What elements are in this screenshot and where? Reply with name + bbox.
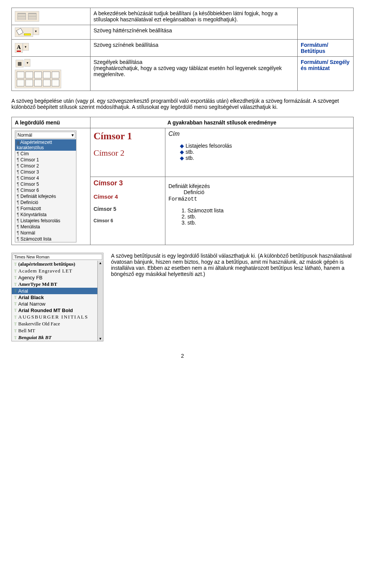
style-dropdown-item[interactable]: Címsor 1 xyxy=(15,157,76,163)
font-dropdown-item[interactable]: 𝕋Arial Black xyxy=(12,294,97,301)
list-item: stb. xyxy=(180,149,350,155)
heading2-sample: Címsor 2 xyxy=(94,148,162,158)
scroll-up-icon[interactable]: ▲ xyxy=(98,261,103,265)
border-icon: ▦ xyxy=(16,60,24,67)
result-samples-top: Cím Listajeles felsorolásstb.stb. xyxy=(165,128,354,177)
style-dropdown-item[interactable]: Menülista xyxy=(15,224,76,230)
font-dropdown-item[interactable]: 𝕋Agency FB xyxy=(12,274,97,281)
style-dropdown-field[interactable]: Normál ▾ xyxy=(16,132,75,139)
highlight-icon-cell: ▾ xyxy=(12,25,90,40)
list-item: stb. xyxy=(180,155,350,161)
fontcolor-desc: Szöveg színének beállítása xyxy=(90,40,298,57)
dropdown-arrow-icon: ▾ xyxy=(71,132,74,138)
font-dropdown[interactable]: Times New Roman 𝕋(alapértelmezett betűtí… xyxy=(11,253,103,341)
formatted-sample: Formázott xyxy=(168,196,350,202)
truetype-icon: 𝕋 xyxy=(14,276,17,280)
style-dropdown-item[interactable]: Címsor 6 xyxy=(15,187,76,193)
truetype-icon: 𝕋 xyxy=(14,269,17,273)
def-term-sample: Definiált kifejezés xyxy=(168,183,350,189)
highlight-desc: Szöveg háttérszínének beállítása xyxy=(90,25,298,40)
truetype-icon: 𝕋 xyxy=(14,302,17,306)
style-dropdown-cell: Normál ▾ Alapértelmezett karakterstílusC… xyxy=(12,128,90,245)
styles-table: A legördülő menü A gyakrabban használt s… xyxy=(11,117,354,245)
heading6-sample: Címsor 6 xyxy=(94,218,162,223)
dropdown-arrow-icon: ▾ xyxy=(33,27,39,35)
font-dropdown-item[interactable]: 𝕋Bell MT xyxy=(12,327,97,334)
style-dropdown-item[interactable]: Cím xyxy=(15,151,76,157)
font-section: Times New Roman 𝕋(alapértelmezett betűtí… xyxy=(11,253,354,341)
truetype-icon: 𝕋 xyxy=(14,289,17,293)
font-dropdown-item[interactable]: 𝕋Arial Narrow xyxy=(12,301,97,307)
truetype-icon: 𝕋 xyxy=(14,262,17,266)
border-menu: Formátum/ Szegély és mintázat xyxy=(298,57,354,91)
font-dropdown-field[interactable]: Times New Roman xyxy=(13,254,102,260)
truetype-icon: 𝕋 xyxy=(14,315,17,319)
truetype-icon: 𝕋 xyxy=(14,282,17,287)
format-toolbar-table: A bekezdések behúzását tudjuk beállítani… xyxy=(11,8,354,91)
style-dropdown-item[interactable]: Címsor 2 xyxy=(15,163,76,169)
style-dropdown-item[interactable]: Számozott lista xyxy=(15,236,76,242)
bullet-list-sample: Listajeles felsorolásstb.stb. xyxy=(168,143,350,161)
def-desc-sample: Definíció xyxy=(184,189,350,195)
style-dropdown-item[interactable]: Könyvtárlista xyxy=(15,212,76,218)
intro-paragraph: A szöveg begépelése után (vagy pl. egy s… xyxy=(11,98,354,110)
heading1-sample: Címsor 1 xyxy=(94,131,162,142)
font-description: A szöveg betűtípusát is egy legördülő li… xyxy=(111,253,354,277)
highlight-icon xyxy=(15,27,33,37)
decrease-increase-indent-icon xyxy=(15,11,39,22)
style-dropdown-item[interactable]: Listajeles felsorolás xyxy=(15,218,76,224)
dropdown-arrow-icon: ▾ xyxy=(23,43,29,51)
fontcolor-icon-cell: A▾ xyxy=(12,40,90,57)
list-item: Számozott lista xyxy=(187,207,350,214)
heading3-sample: Címsor 3 xyxy=(94,179,162,187)
font-dropdown-item[interactable]: 𝕋AmerType Md BT xyxy=(12,281,97,288)
font-dropdown-item[interactable]: 𝕋Baskerville Old Face xyxy=(12,320,97,327)
truetype-icon: 𝕋 xyxy=(14,308,17,312)
border-desc: Szegélyek beállítása (meghatározhatjuk, … xyxy=(90,57,298,91)
style-dropdown-list: Alapértelmezett karakterstílusCímCímsor … xyxy=(15,139,76,242)
font-dropdown-item[interactable]: 𝕋Arial Rounded MT Bold xyxy=(12,307,97,314)
style-dropdown-item[interactable]: Normál xyxy=(15,230,76,236)
list-item: Listajeles felsorolás xyxy=(180,143,350,149)
style-dropdown-item[interactable]: Alapértelmezett karakterstílus xyxy=(15,139,76,151)
style-dropdown[interactable]: Normál ▾ Alapértelmezett karakterstílusC… xyxy=(15,131,76,242)
border-grid-icon xyxy=(15,70,61,88)
heading-samples-bottom: Címsor 3 Címsor 4 Címsor 5 Címsor 6 xyxy=(90,177,165,245)
truetype-icon: 𝕋 xyxy=(14,336,17,340)
indent-desc: A bekezdések behúzását tudjuk beállítani… xyxy=(90,8,298,25)
style-dropdown-item[interactable]: Címsor 4 xyxy=(15,175,76,181)
heading-samples-top: Címsor 1 Címsor 2 xyxy=(90,128,165,177)
style-dropdown-item[interactable]: Definiált kifejezés xyxy=(15,193,76,199)
truetype-icon: 𝕋 xyxy=(14,329,17,333)
font-color-icon: A xyxy=(15,43,23,53)
border-icon-cell: ▦▾ xyxy=(12,57,90,91)
style-dropdown-item[interactable]: Definíció xyxy=(15,199,76,206)
font-dropdown-item[interactable]: 𝕋Benguiat Bk BT xyxy=(12,334,97,341)
result-samples-bottom: Definiált kifejezés Definíció Formázott … xyxy=(165,177,354,245)
font-dropdown-item[interactable]: 𝕋Arial xyxy=(12,288,97,294)
style-dropdown-value: Normál xyxy=(17,132,32,138)
page-number: 2 xyxy=(11,353,354,359)
truetype-icon: 𝕋 xyxy=(14,322,17,326)
indent-icons-cell xyxy=(12,8,90,25)
font-dropdown-list: 𝕋(alapértelmezett betűtípus)𝕋Academ Engr… xyxy=(12,261,97,341)
style-dropdown-item[interactable]: Címsor 3 xyxy=(15,169,76,175)
list-item: stb. xyxy=(187,214,350,220)
dropdown-arrow-icon: ▾ xyxy=(24,59,30,67)
scrollbar[interactable]: ▲ ▼ xyxy=(97,261,103,341)
heading5-sample: Címsor 5 xyxy=(94,206,162,212)
styles-col2-header: A gyakrabban használt stílusok eredménye xyxy=(90,117,354,128)
fontcolor-menu: Formátum/ Betűtípus xyxy=(298,40,354,57)
list-item: stb. xyxy=(187,220,350,226)
font-dropdown-item[interactable]: 𝕋(alapértelmezett betűtípus) xyxy=(12,261,97,268)
font-dropdown-item[interactable]: 𝕋Academ Engraved LET xyxy=(12,268,97,274)
title-sample: Cím xyxy=(168,131,350,137)
style-dropdown-item[interactable]: Címsor 5 xyxy=(15,181,76,187)
styles-col1-header: A legördülő menü xyxy=(12,117,90,128)
style-dropdown-item[interactable]: Formázott xyxy=(15,206,76,212)
scroll-down-icon[interactable]: ▼ xyxy=(98,336,103,341)
empty-menu-cell xyxy=(298,8,354,40)
truetype-icon: 𝕋 xyxy=(14,295,17,300)
font-dropdown-item[interactable]: 𝕋AUGSBURGER INITIALS xyxy=(12,314,97,320)
heading4-sample: Címsor 4 xyxy=(94,193,162,200)
